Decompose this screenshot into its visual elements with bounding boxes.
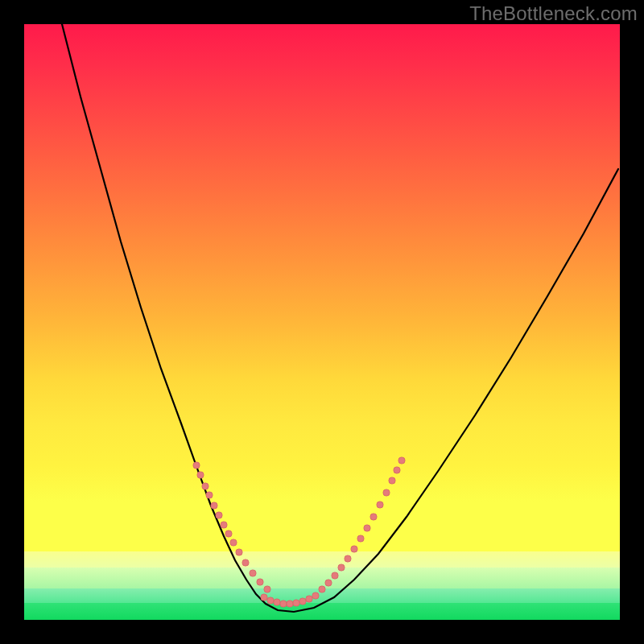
marker-dot <box>338 564 345 571</box>
marker-dot <box>206 492 213 498</box>
markers-layer <box>24 24 620 620</box>
marker-dot <box>389 477 395 484</box>
marker-dot <box>280 601 287 607</box>
marker-dot <box>357 535 364 542</box>
marker-dot <box>230 539 237 546</box>
marker-dot <box>351 546 357 552</box>
marker-dot <box>370 514 377 520</box>
marker-dot <box>312 592 319 599</box>
marker-dot <box>202 483 208 489</box>
marker-dot <box>325 580 332 586</box>
chart-stage: TheBottleneck.com <box>0 0 644 644</box>
marker-dot <box>250 570 256 576</box>
watermark-text: TheBottleneck.com <box>469 2 638 25</box>
marker-dot <box>236 549 242 555</box>
marker-dot <box>377 502 383 508</box>
marker-dot <box>261 594 267 601</box>
marker-dot <box>274 599 280 605</box>
marker-dot <box>345 555 351 562</box>
marker-dot <box>267 597 274 604</box>
marker-dot <box>394 467 400 473</box>
marker-dot <box>257 579 263 585</box>
marker-dot <box>264 586 270 592</box>
marker-dot <box>225 530 232 537</box>
marker-dot <box>364 525 370 531</box>
marker-dot <box>193 462 200 469</box>
marker-dot <box>319 586 325 592</box>
marker-dot <box>398 457 405 464</box>
marker-dot <box>197 472 204 478</box>
marker-dot <box>287 601 293 607</box>
marker-dot <box>299 598 306 605</box>
marker-dot <box>306 596 312 602</box>
plot-area <box>24 24 620 620</box>
marker-dot <box>242 559 249 566</box>
marker-dot <box>383 489 390 496</box>
marker-dot <box>221 522 227 528</box>
marker-dots <box>193 457 405 607</box>
marker-dot <box>332 572 338 579</box>
marker-dot <box>216 512 222 518</box>
marker-dot <box>211 502 217 509</box>
marker-dot <box>293 600 299 606</box>
